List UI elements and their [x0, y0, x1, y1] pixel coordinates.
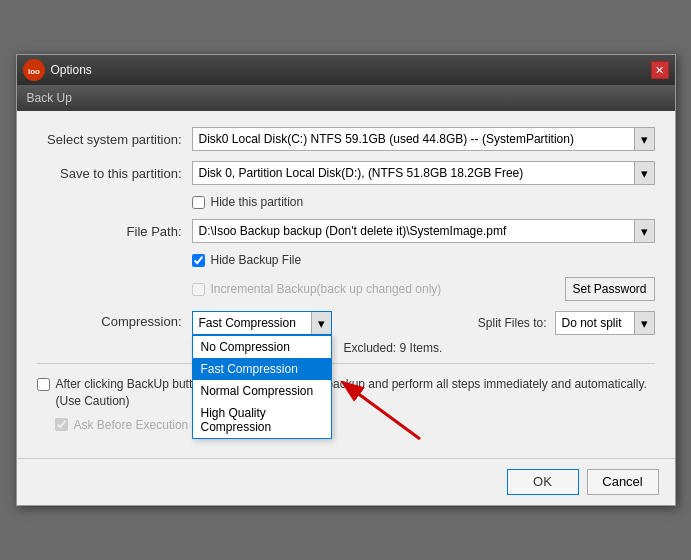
- ask-before-checkbox[interactable]: [55, 418, 68, 431]
- compression-option-no[interactable]: No Compression: [193, 336, 331, 358]
- compression-dropdown[interactable]: Fast Compression ▾: [192, 311, 332, 335]
- system-partition-row: Select system partition: Disk0 Local Dis…: [37, 127, 655, 151]
- after-click-checkbox[interactable]: [37, 378, 50, 391]
- hide-partition-checkbox[interactable]: [192, 196, 205, 209]
- save-partition-value: Disk 0, Partition Local Disk(D:), (NTFS …: [199, 166, 634, 180]
- cancel-button[interactable]: Cancel: [587, 469, 659, 495]
- bottom-section: After clicking BackUp button, the progra…: [37, 363, 655, 432]
- file-path-dropdown[interactable]: D:\Isoo Backup backup (Don't delete it)\…: [192, 219, 655, 243]
- incremental-backup-checkbox[interactable]: [192, 283, 205, 296]
- app-logo: ioo: [23, 59, 45, 81]
- hide-backup-row: Hide Backup File: [192, 253, 655, 267]
- excluded-text: Excluded: 9 Items.: [344, 341, 443, 355]
- system-partition-arrow: ▾: [634, 128, 654, 150]
- after-click-label: After clicking BackUp button, the progra…: [56, 376, 655, 410]
- incremental-row: Incremental Backup(back up changed only)…: [192, 277, 655, 301]
- footer: OK Cancel: [17, 458, 675, 505]
- system-partition-dropdown[interactable]: Disk0 Local Disk(C:) NTFS 59.1GB (used 4…: [192, 127, 655, 151]
- ok-button[interactable]: OK: [507, 469, 579, 495]
- compression-arrow: ▾: [311, 312, 331, 334]
- svg-text:ioo: ioo: [28, 67, 40, 76]
- compression-dropdown-menu: No Compression Fast Compression Normal C…: [192, 335, 332, 439]
- close-button[interactable]: ✕: [651, 61, 669, 79]
- save-partition-arrow: ▾: [634, 162, 654, 184]
- compression-selected: Fast Compression: [199, 316, 311, 330]
- set-password-button[interactable]: Set Password: [565, 277, 655, 301]
- incremental-backup-label: Incremental Backup(back up changed only): [211, 282, 555, 296]
- compression-dropdown-wrap: Fast Compression ▾ No Compression Fast C…: [192, 311, 332, 335]
- main-window: ioo Options ✕ Back Up Select system part…: [16, 54, 676, 506]
- compression-option-normal[interactable]: Normal Compression: [193, 380, 331, 402]
- split-arrow: ▾: [634, 312, 654, 334]
- compression-controls: Fast Compression ▾ No Compression Fast C…: [192, 311, 655, 355]
- excluded-wrap: Excluded: 9 Items.: [344, 311, 443, 355]
- split-files-dropdown[interactable]: Do not split ▾: [555, 311, 655, 335]
- subtitle-bar: Back Up: [17, 85, 675, 111]
- system-partition-label: Select system partition:: [37, 132, 192, 147]
- hide-partition-label: Hide this partition: [211, 195, 304, 209]
- save-partition-row: Save to this partition: Disk 0, Partitio…: [37, 161, 655, 185]
- system-partition-dropdown-wrap: Disk0 Local Disk(C:) NTFS 59.1GB (used 4…: [192, 127, 655, 151]
- after-click-row: After clicking BackUp button, the progra…: [37, 376, 655, 410]
- window-title: Options: [51, 63, 651, 77]
- file-path-arrow: ▾: [634, 220, 654, 242]
- file-path-label: File Path:: [37, 224, 192, 239]
- hide-backup-label: Hide Backup File: [211, 253, 302, 267]
- file-path-value: D:\Isoo Backup backup (Don't delete it)\…: [199, 224, 634, 238]
- file-path-row: File Path: D:\Isoo Backup backup (Don't …: [37, 219, 655, 243]
- split-files-label: Split Files to:: [478, 316, 547, 330]
- save-partition-dropdown-wrap: Disk 0, Partition Local Disk(D:), (NTFS …: [192, 161, 655, 185]
- ask-before-row: Ask Before Execution (Avoid Misoperation…: [55, 418, 655, 432]
- subtitle-text: Back Up: [27, 91, 72, 105]
- save-partition-label: Save to this partition:: [37, 166, 192, 181]
- compression-label: Compression:: [37, 311, 192, 329]
- content-area: Select system partition: Disk0 Local Dis…: [17, 111, 675, 458]
- system-partition-value: Disk0 Local Disk(C:) NTFS 59.1GB (used 4…: [199, 132, 634, 146]
- hide-partition-row: Hide this partition: [192, 195, 655, 209]
- save-partition-dropdown[interactable]: Disk 0, Partition Local Disk(D:), (NTFS …: [192, 161, 655, 185]
- compression-option-fast[interactable]: Fast Compression: [193, 358, 331, 380]
- file-path-dropdown-wrap: D:\Isoo Backup backup (Don't delete it)\…: [192, 219, 655, 243]
- split-files-section: Split Files to: Do not split ▾: [478, 311, 655, 335]
- split-files-value: Do not split: [562, 316, 634, 330]
- compression-row: Compression: Fast Compression ▾ No Compr…: [37, 311, 655, 355]
- title-bar: ioo Options ✕: [17, 55, 675, 85]
- hide-backup-checkbox[interactable]: [192, 254, 205, 267]
- compression-option-high[interactable]: High Quality Compression: [193, 402, 331, 438]
